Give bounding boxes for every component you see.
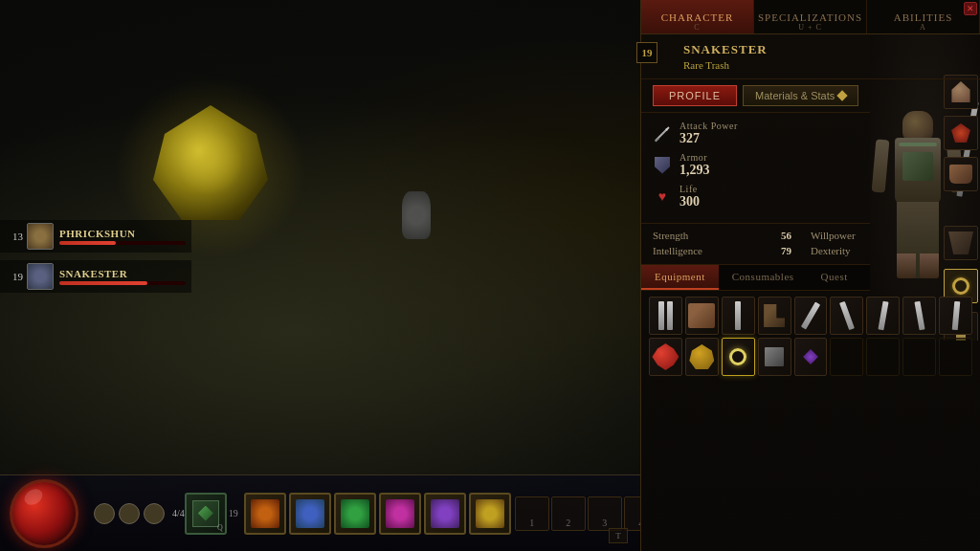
equip-item-empty [866, 338, 900, 376]
equip-row-2 [649, 338, 972, 376]
potion-counter: 4/4 [172, 508, 185, 518]
char-details: SNAKESTER Rare Trash [664, 42, 969, 71]
diamond-icon [837, 90, 848, 100]
intelligence-stat: Intelligence 79 [653, 245, 811, 256]
skill-slot-6[interactable] [469, 493, 511, 535]
char-title: Rare Trash [683, 59, 969, 71]
q-key: Q [217, 523, 223, 532]
consumable-slot [94, 503, 115, 524]
tab-character[interactable]: CHARACTER C [641, 0, 754, 33]
tab-character-label: CHARACTER [661, 11, 734, 23]
dexterity-label: Dexterity [811, 245, 851, 256]
tab-character-key: C [694, 23, 700, 32]
player-avatar [27, 263, 54, 290]
health-orb [10, 479, 78, 548]
intelligence-value: 79 [781, 245, 791, 256]
player-hp-fill [59, 241, 116, 245]
player-character-sprite [402, 191, 431, 239]
player-entry: 19 SNAKESTER [0, 260, 191, 293]
equip-item[interactable] [902, 297, 936, 335]
skill-slot-4[interactable] [379, 493, 421, 535]
char-name: SNAKESTER [683, 42, 969, 57]
equip-item[interactable] [758, 297, 791, 335]
toggle-button[interactable]: T [609, 528, 628, 543]
skill-slot-2[interactable] [289, 493, 331, 535]
tab-consumables[interactable]: Consumables [719, 265, 808, 290]
equip-item[interactable] [685, 338, 719, 376]
strength-label: Strength [653, 230, 688, 241]
tab-specializations[interactable]: SPECIALIZATIONS U + C [754, 0, 867, 33]
equip-item[interactable] [866, 297, 900, 335]
equip-item-empty [830, 338, 863, 376]
tab-abilities[interactable]: ABILITIES A ✕ [867, 0, 980, 33]
strength-value: 56 [781, 230, 791, 241]
char-model [870, 34, 980, 341]
panel-tabs: CHARACTER C SPECIALIZATIONS U + C ABILIT… [641, 0, 980, 34]
player-hp-bar [59, 241, 186, 245]
player-name: PHRICKSHUN [59, 228, 186, 239]
num-slot-2[interactable]: 2 [551, 496, 586, 531]
artifact-object [134, 96, 287, 239]
willpower-label: Willpower [811, 230, 856, 241]
equip-grid [641, 291, 980, 385]
player-hp-bar [59, 281, 186, 285]
player-info: SNAKESTER [59, 268, 186, 285]
sword-icon [653, 124, 672, 143]
player-name: SNAKESTER [59, 268, 186, 279]
char-level-badge: 19 [636, 42, 657, 63]
gloves-slot[interactable] [944, 157, 978, 191]
tab-abilities-label: ABILITIES [894, 11, 953, 23]
amulet-slot[interactable] [944, 116, 978, 150]
equip-item-empty [939, 338, 972, 376]
equip-item-empty [902, 338, 936, 376]
player-hp-fill [59, 281, 147, 285]
num-slot-1[interactable]: 1 [515, 496, 549, 531]
consumable-slot [119, 503, 140, 524]
profile-button[interactable]: PROFILE [653, 85, 737, 106]
potion-label: 4/4 [172, 508, 185, 518]
tab-specializations-label: SPECIALIZATIONS [758, 11, 862, 23]
player-list: 13 PHRICKSHUN 19 SNAKESTER [0, 220, 191, 300]
player-level: 13 [6, 231, 23, 242]
skill-slot-1[interactable] [244, 493, 286, 535]
skill-slot-3[interactable] [334, 493, 376, 535]
equip-item[interactable] [722, 297, 755, 335]
pants-slot[interactable] [944, 226, 978, 260]
equip-item[interactable] [758, 338, 791, 376]
tab-equipment[interactable]: Equipment [641, 265, 719, 290]
helmet-slot[interactable] [944, 75, 978, 109]
equip-item[interactable] [939, 297, 972, 335]
consumables-area [94, 503, 165, 524]
equip-item[interactable] [794, 297, 828, 335]
player-info: PHRICKSHUN [59, 228, 186, 245]
panel-close-button[interactable]: ✕ [964, 2, 977, 15]
heart-icon: ♥ [653, 187, 672, 207]
consumable-slot [144, 503, 165, 524]
tab-specializations-key: U + C [798, 23, 822, 32]
equip-item[interactable] [830, 297, 863, 335]
tab-quest[interactable]: Quest [808, 265, 861, 290]
skill-slot-5[interactable] [424, 493, 466, 535]
num-slot-3[interactable]: 3 [588, 496, 622, 531]
q-slot[interactable]: Q [185, 493, 227, 535]
player-level: 19 [6, 271, 23, 282]
player-avatar [27, 223, 54, 250]
char-panel: CHARACTER C SPECIALIZATIONS U + C ABILIT… [640, 0, 980, 551]
skill-area [244, 493, 511, 535]
materials-button[interactable]: Materials & Stats [743, 85, 858, 106]
equip-item[interactable] [649, 297, 682, 335]
equip-item[interactable] [685, 297, 719, 335]
char-info: 19 SNAKESTER Rare Trash [641, 34, 980, 79]
item-count: 19 [229, 508, 238, 518]
tab-abilities-key: A [920, 23, 926, 32]
equip-item[interactable] [794, 338, 828, 376]
shield-icon [653, 156, 672, 175]
intelligence-label: Intelligence [653, 245, 702, 256]
strength-stat: Strength 56 [653, 230, 811, 241]
equip-row-1 [649, 297, 972, 335]
materials-label: Materials & Stats [755, 90, 835, 101]
player-entry: 13 PHRICKSHUN [0, 220, 191, 253]
equip-item[interactable] [649, 338, 682, 376]
equip-item-highlighted[interactable] [722, 338, 755, 376]
